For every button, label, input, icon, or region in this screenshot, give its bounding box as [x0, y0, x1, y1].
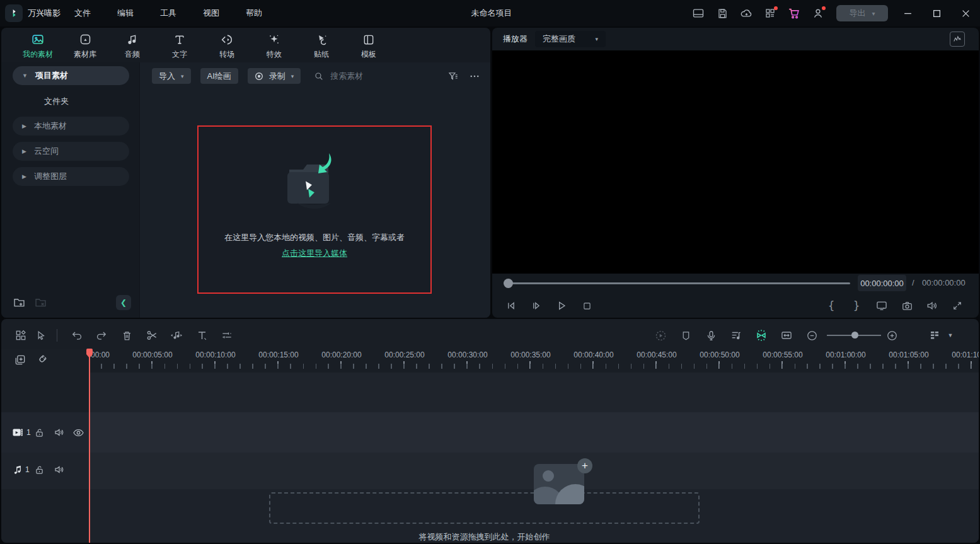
timeline-tracks[interactable]: + 将视频和资源拖拽到此处，开始创作 [89, 373, 979, 543]
sidebar-item-adjustment-layer[interactable]: ▶ 调整图层 [13, 167, 129, 186]
video-track-lane[interactable] [89, 412, 979, 453]
import-button[interactable]: 导入 ▾ [152, 68, 191, 84]
more-options-icon[interactable] [469, 71, 480, 82]
transition-icon [220, 32, 234, 47]
smart-scene-cut-icon[interactable] [753, 327, 770, 344]
next-frame-button[interactable] [528, 298, 545, 314]
preview-viewport[interactable] [492, 50, 979, 274]
delete-icon[interactable] [118, 327, 135, 344]
tab-effects[interactable]: 特效 [257, 32, 292, 60]
current-timecode[interactable]: 00:00:00:00 [858, 275, 906, 291]
audio-track-number: 1 [25, 465, 30, 474]
media-placeholder-icon [534, 464, 584, 504]
voiceover-mic-icon[interactable] [703, 327, 719, 344]
tab-transitions[interactable]: 转场 [209, 32, 245, 60]
display-device-icon[interactable] [873, 298, 890, 314]
undo-icon[interactable] [69, 327, 85, 344]
previous-frame-button[interactable] [503, 298, 519, 314]
add-folder-icon[interactable] [13, 296, 26, 309]
quick-text-icon[interactable] [193, 327, 210, 344]
tab-my-media[interactable]: 我的素材 [20, 32, 55, 60]
audio-mixer-icon[interactable] [728, 327, 744, 344]
detach-audio-icon[interactable] [168, 327, 185, 344]
ruler-label: 00:00:35:00 [504, 350, 557, 359]
import-dropzone[interactable]: 在这里导入您本地的视频、图片、音频、字幕或者 点击这里导入媒体 [197, 125, 432, 294]
ruler-label: 00:00:10:00 [189, 350, 242, 359]
video-visibility-icon[interactable] [72, 426, 84, 439]
cloud-backup-icon[interactable] [739, 6, 754, 21]
sidebar-item-local-media[interactable]: ▶ 本地素材 [13, 117, 129, 136]
menu-file[interactable]: 文件 [71, 5, 95, 21]
adjust-properties-icon[interactable] [219, 327, 235, 344]
delete-folder-icon[interactable] [34, 296, 47, 309]
seek-bar[interactable] [506, 282, 850, 284]
play-button[interactable] [553, 298, 570, 314]
snapshot-icon[interactable] [899, 298, 915, 314]
tab-audio[interactable]: 音频 [115, 32, 150, 60]
media-overview-icon[interactable] [13, 327, 29, 344]
menu-edit[interactable]: 编辑 [113, 5, 137, 21]
zoom-out-icon[interactable] [804, 327, 820, 344]
zoom-slider-handle[interactable] [851, 332, 858, 339]
tab-stock-media[interactable]: 素材库 [67, 32, 103, 60]
menubar: 文件 编辑 工具 视图 帮助 [71, 0, 266, 26]
render-preview-icon[interactable] [652, 327, 669, 344]
seek-handle[interactable] [504, 279, 513, 288]
menu-view[interactable]: 视图 [199, 5, 223, 21]
audio-lock-icon[interactable] [33, 463, 45, 476]
timeline-dropzone[interactable] [269, 492, 700, 524]
quality-dropdown[interactable]: 完整画质 ▾ [535, 31, 606, 47]
layout-panel-icon[interactable] [691, 6, 706, 21]
tab-label: 贴纸 [314, 49, 329, 60]
apps-grid-icon[interactable] [763, 6, 778, 21]
account-icon[interactable] [810, 6, 826, 21]
split-icon[interactable] [144, 327, 160, 344]
mark-in-button[interactable]: { [823, 298, 839, 314]
search-input[interactable] [330, 71, 425, 81]
video-mute-icon[interactable] [53, 426, 66, 439]
stop-button[interactable] [579, 298, 595, 314]
tab-text[interactable]: 文字 [162, 32, 197, 60]
maximize-button[interactable] [922, 0, 951, 26]
audio-mute-icon[interactable] [53, 463, 66, 476]
close-button[interactable] [951, 0, 980, 26]
record-button[interactable]: 录制 ▾ [248, 68, 301, 84]
mark-out-button[interactable]: } [848, 298, 865, 314]
timeline-ruler[interactable]: 00:00 00:00:05:00 00:00:10:00 00:00:15:0… [89, 349, 979, 373]
total-timecode: 00:00:00:00 [922, 278, 966, 287]
export-button[interactable]: 导出 ▾ [836, 5, 888, 21]
sidebar-item-project-media[interactable]: ▼ 项目素材 [13, 66, 129, 85]
redo-icon[interactable] [93, 327, 110, 344]
sidebar-item-cloud-space[interactable]: ▶ 云空间 [13, 142, 129, 161]
playhead-line[interactable] [89, 349, 90, 543]
store-cart-icon[interactable] [787, 6, 802, 21]
video-lock-icon[interactable] [33, 426, 45, 439]
sidebar-item-folder[interactable]: 文件夹 [44, 96, 69, 107]
collapse-sidebar-button[interactable]: ❮ [116, 295, 131, 310]
fullscreen-icon[interactable] [949, 298, 966, 314]
tab-label: 音频 [125, 49, 140, 60]
ai-paint-button[interactable]: AI绘画 [200, 68, 238, 84]
track-manager-icon[interactable] [926, 327, 943, 344]
zoom-in-icon[interactable] [884, 327, 900, 344]
snap-magnet-icon[interactable] [35, 354, 48, 366]
marker-icon[interactable] [677, 327, 694, 344]
volume-icon[interactable] [924, 298, 940, 314]
add-media-plus-icon[interactable]: + [577, 458, 592, 473]
tab-templates[interactable]: 模板 [351, 32, 386, 60]
player-controls: { } [492, 295, 979, 318]
track-manager-caret-icon[interactable]: ▼ [945, 327, 956, 344]
menu-tools[interactable]: 工具 [156, 5, 180, 21]
save-icon[interactable] [715, 6, 730, 21]
timeline-panel: ▼ 00:00 00:00:05:00 00:00:10:00 00:00:15… [1, 319, 979, 543]
fit-timeline-icon[interactable] [778, 327, 795, 344]
effects-icon [267, 32, 281, 47]
menu-help[interactable]: 帮助 [242, 5, 266, 21]
import-link[interactable]: 点击这里导入媒体 [282, 248, 347, 259]
select-tool-icon[interactable] [33, 327, 49, 344]
add-track-icon[interactable] [14, 354, 26, 366]
minimize-button[interactable] [893, 0, 922, 26]
tab-stickers[interactable]: 贴纸 [304, 32, 339, 60]
filter-icon[interactable] [447, 71, 459, 82]
scopes-icon[interactable] [950, 32, 965, 47]
